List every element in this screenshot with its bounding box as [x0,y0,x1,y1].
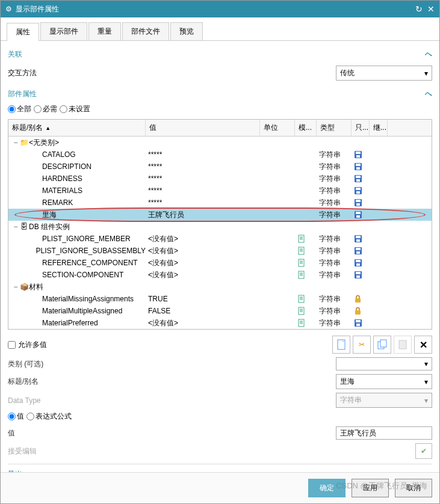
table-row[interactable]: SECTION-COMPONENT <没有值> 字符串 [8,269,432,281]
close-icon[interactable]: ✕ [427,4,435,14]
attr-type: 字符串 [317,185,352,197]
tab-part-file[interactable]: 部件文件 [122,22,169,40]
collapse-icon[interactable]: − [12,223,19,231]
col-type[interactable]: 类型 [317,120,352,136]
mode-value[interactable]: 值 [8,411,24,422]
section-part-attr-title: 部件属性 [8,89,37,99]
table-row[interactable]: REMARK ***** 字符串 [8,197,432,209]
radio-all[interactable] [8,105,16,113]
tab-weight[interactable]: 重量 [88,22,121,40]
chevron-up-icon: ヘ [425,49,432,60]
attr-title: MaterialPreferred [42,319,98,327]
cancel-button[interactable]: 取消 [395,479,432,497]
attributes-table: 标题/别名▲ 值 单位 模... 类型 只... 继... −📁<无类别> CA… [8,119,432,330]
attr-type: 字符串 [317,305,352,318]
attr-mod [295,177,317,180]
attr-title: DESCRIPTION [42,162,91,171]
table-row[interactable]: MaterialPreferred <没有值> 字符串 [8,317,432,329]
svg-rect-50 [355,298,361,303]
attr-type: 字符串 [317,173,352,185]
attr-title: MaterialMissingAssignments [42,295,134,303]
radio-unset[interactable] [60,105,67,113]
attr-title: PLIST_IGNORE_SUBASSEMBLY [36,247,146,255]
allow-multi-checkbox[interactable] [8,341,16,349]
attr-only [352,233,370,245]
attr-unit [260,214,295,216]
interaction-method-select[interactable]: 传统 ▾ [336,66,432,81]
table-row[interactable]: HARDNESS ***** 字符串 [8,173,432,185]
attr-only [352,269,370,281]
paste-button[interactable] [394,336,412,354]
table-row[interactable]: MaterialMissingAssignments TRUE 字符串 [8,293,432,305]
radio-value[interactable] [8,413,16,420]
filter-required[interactable]: 必需 [34,104,57,114]
folder-icon: 📁 [19,138,29,147]
title-alias-select[interactable]: 里海▾ [336,374,432,389]
attr-type: 字符串 [317,317,352,330]
attr-only [352,209,370,221]
value-label: 值 [8,428,80,438]
attr-title: HARDNESS [42,174,82,183]
attr-type: 字符串 [317,233,352,245]
tab-preview[interactable]: 预览 [170,22,203,40]
attr-mod [295,245,317,257]
svg-rect-55 [355,310,361,315]
section-part-attributes[interactable]: 部件属性 ヘ [8,87,432,102]
svg-rect-24 [356,239,360,242]
attr-type: 字符串 [317,245,352,257]
collapse-icon[interactable]: − [12,283,19,291]
radio-expression[interactable] [26,413,34,420]
mode-expression[interactable]: 表达式公式 [26,411,72,422]
table-row[interactable]: CATALOG ***** 字符串 [8,149,432,161]
chevron-down-icon: ▾ [424,378,428,386]
group-name: DB 组件实例 [29,222,70,232]
attr-unit [260,310,295,312]
table-row[interactable]: MATERIALS ***** 字符串 [8,185,432,197]
table-row[interactable]: PLIST_IGNORE_MEMBER <没有值> 字符串 [8,233,432,245]
attr-only [352,306,370,317]
new-button[interactable] [332,336,350,354]
attr-mod [295,214,317,216]
radio-required[interactable] [34,105,42,113]
group-row[interactable]: −📦材料 [8,281,432,293]
col-inh[interactable]: 继... [370,120,388,136]
section-export[interactable]: 导出 ∨ [8,464,432,472]
refresh-icon[interactable]: ↻ [415,4,423,14]
copy-button[interactable] [373,336,391,354]
apply-button[interactable]: 应用 [352,479,389,497]
svg-rect-61 [356,320,361,322]
value-input[interactable] [336,426,432,440]
attr-mod [295,269,317,281]
table-row[interactable]: MaterialMultipleAssigned FALSE 字符串 [8,305,432,317]
attr-unit [260,201,295,204]
section-association[interactable]: 关联 ヘ [8,47,432,62]
col-title[interactable]: 标题/别名▲ [8,120,146,136]
attr-inh [370,214,388,216]
filter-unset[interactable]: 未设置 [60,104,90,114]
attr-value: 王牌飞行员 [146,209,260,221]
accept-edit-button[interactable]: ✔ [415,443,432,459]
table-row[interactable]: REFERENCE_COMPONENT <没有值> 字符串 [8,257,432,269]
filter-all[interactable]: 全部 [8,104,31,114]
group-row[interactable]: −📁<无类别> [8,137,432,149]
cut-button[interactable]: ✂ [353,336,371,354]
svg-rect-5 [356,167,360,170]
col-unit[interactable]: 单位 [260,120,295,136]
data-type-select: 字符串▾ [336,393,432,408]
table-row[interactable]: PLIST_IGNORE_SUBASSEMBLY <没有值> 字符串 [8,245,432,257]
table-row[interactable]: DESCRIPTION ***** 字符串 [8,161,432,173]
tab-attributes[interactable]: 属性 [7,23,39,41]
col-value[interactable]: 值 [146,120,260,136]
col-only[interactable]: 只... [352,120,370,136]
attr-unit [260,274,295,276]
col-mod[interactable]: 模... [295,120,317,136]
attr-title: PLIST_IGNORE_MEMBER [42,235,131,243]
ok-button[interactable]: 确定 [308,479,345,497]
category-select[interactable]: ▾ [336,357,432,370]
collapse-icon[interactable]: − [12,138,19,147]
delete-button[interactable]: ✕ [414,336,432,354]
tab-display-part[interactable]: 显示部件 [40,22,87,40]
table-row[interactable]: 里海 王牌飞行员 字符串 [8,209,432,221]
attr-title: REMARK [42,198,73,207]
group-row[interactable]: −🗄DB 组件实例 [8,221,432,233]
